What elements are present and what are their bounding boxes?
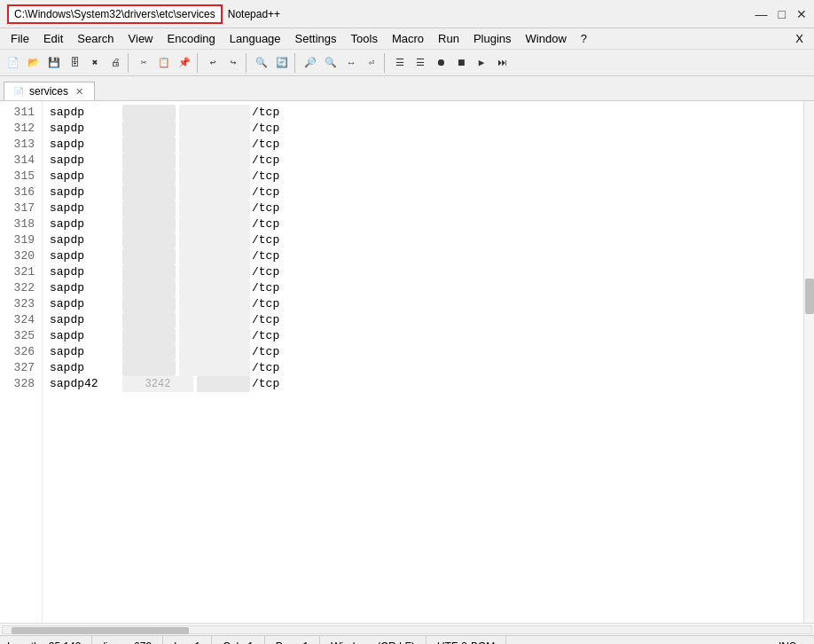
service-name: sapdp [50,137,121,153]
tab-bar: 📄 services ✕ [0,76,814,101]
toolbar-save-all[interactable]: 🗄 [65,53,84,73]
line-number: 318 [7,216,35,232]
line-number: 320 [7,248,35,264]
toolbar-zoom-in[interactable]: 🔎 [301,53,320,73]
protocol: /tcp [252,344,279,360]
toolbar-print[interactable]: 🖨 [106,53,125,73]
menu-view[interactable]: View [121,30,160,47]
toolbar-redo[interactable]: ↪ [223,53,243,73]
toolbar-new[interactable]: 📄 [4,53,23,73]
menu-close-x[interactable]: X [788,30,810,47]
toolbar-sep-3 [246,53,249,73]
toolbar-sep-2 [197,53,200,73]
service-name: sapdp [50,232,121,248]
port-number [122,153,176,169]
maximize-button[interactable]: □ [779,7,786,21]
port-number [122,169,176,185]
line-number: 315 [7,169,35,185]
toolbar-find[interactable]: 🔍 [252,53,271,73]
menu-tools[interactable]: Tools [344,30,385,47]
menu-file[interactable]: File [4,30,36,47]
protocol: /tcp [252,328,279,344]
protocol: /tcp [252,137,279,153]
h-scroll-thumb[interactable] [12,627,189,634]
toolbar-unindent[interactable]: ☰ [411,53,430,73]
service-name: sapdp [50,121,121,137]
tab-services[interactable]: 📄 services ✕ [4,82,95,100]
h-scroll-track[interactable] [2,625,812,634]
line-numbers: 3113123133143153163173183193203213223233… [0,101,43,623]
protocol: /tcp [252,360,279,376]
code-line: sapdp /tcp [50,344,796,360]
toolbar-zoom-out[interactable]: 🔍 [321,53,340,73]
toolbar-indent[interactable]: ☰ [390,53,410,73]
menu-plugins[interactable]: Plugins [466,30,519,47]
line-number: 325 [7,328,35,344]
port-number-2 [179,248,250,264]
horizontal-scrollbar[interactable] [0,623,814,635]
toolbar-macro-stop[interactable]: ⏹ [451,53,471,73]
service-name: sapdp42 [50,376,121,392]
code-line: sapdp /tcp [50,296,796,312]
close-button[interactable]: ✕ [796,7,807,21]
minimize-button[interactable]: — [755,7,768,21]
menu-run[interactable]: Run [431,30,466,47]
code-line: sapdp /tcp [50,105,796,121]
port-number [122,312,176,328]
port-number [122,200,176,216]
menu-language[interactable]: Language [223,30,288,47]
port-number [122,121,176,137]
code-line: sapdp /tcp [50,169,796,185]
v-scroll-thumb[interactable] [805,279,814,314]
line-number: 327 [7,360,35,376]
toolbar-copy[interactable]: 📋 [154,53,174,73]
line-number: 326 [7,344,35,360]
port-number [122,328,176,344]
status-lines: lines : 679 [92,636,163,644]
toolbar-macro-play[interactable]: ▶ [472,53,491,73]
service-name: sapdp [50,153,121,169]
toolbar-sync[interactable]: ↔ [341,53,361,73]
line-number: 328 [7,376,35,392]
status-bar: Length : 25,143 lines : 679 Ln : 1 Col :… [0,635,814,644]
service-name: sapdp [50,360,121,376]
code-line: sapdp /tcp [50,137,796,153]
code-line: sapdp /tcp [50,216,796,232]
menu-encoding[interactable]: Encoding [160,30,223,47]
protocol: /tcp [252,105,279,121]
menu-help[interactable]: ? [574,30,594,47]
toolbar-macro-rec[interactable]: ⏺ [431,53,450,73]
line-number: 324 [7,312,35,328]
protocol: /tcp [252,185,279,200]
toolbar-cut[interactable]: ✂ [134,53,153,73]
port-number [122,105,176,121]
editor-container: 3113123133143153163173183193203213223233… [0,101,814,623]
vertical-scrollbar[interactable] [803,101,814,623]
port-number-2 [179,312,250,328]
port-number-2 [179,360,250,376]
toolbar-open[interactable]: 📂 [24,53,43,73]
port-number [122,232,176,248]
menu-search[interactable]: Search [70,30,121,47]
menu-macro[interactable]: Macro [385,30,431,47]
toolbar-replace[interactable]: 🔄 [272,53,292,73]
toolbar: 📄 📂 💾 🗄 ✖ 🖨 ✂ 📋 📌 ↩ ↪ 🔍 🔄 🔎 🔍 ↔ ⏎ ☰ ☰ ⏺ … [0,50,814,76]
port-number-2 [179,296,250,312]
menu-window[interactable]: Window [519,30,574,47]
menu-settings[interactable]: Settings [288,30,344,47]
menu-edit[interactable]: Edit [36,30,70,47]
port-number-2 [179,105,250,121]
toolbar-undo[interactable]: ↩ [203,53,223,73]
port-number [122,216,176,232]
toolbar-run-macro[interactable]: ⏭ [492,53,512,73]
code-content[interactable]: sapdp /tcpsapdp /tcpsapdp /tcpsapdp /tcp… [43,101,803,623]
toolbar-close[interactable]: ✖ [85,53,105,73]
title-controls: — □ ✕ [755,7,807,21]
tab-close-button[interactable]: ✕ [74,86,85,98]
protocol: /tcp [252,312,279,328]
toolbar-wrap[interactable]: ⏎ [362,53,381,73]
toolbar-paste[interactable]: 📌 [175,53,194,73]
port-number [122,360,176,376]
line-number: 321 [7,264,35,280]
toolbar-save[interactable]: 💾 [44,53,64,73]
